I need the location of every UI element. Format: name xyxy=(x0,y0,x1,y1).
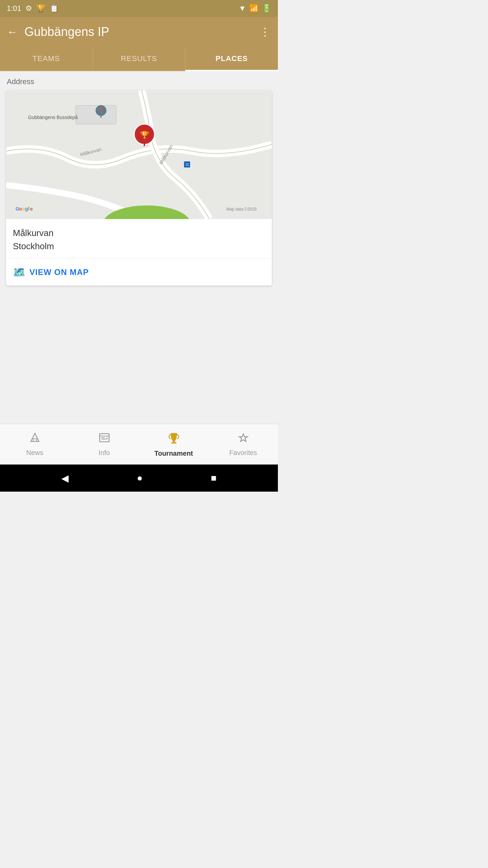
status-left: 1:01 ⚙ 🏆 📋 xyxy=(7,4,59,13)
android-home-button[interactable]: ● xyxy=(137,473,143,484)
card-icon: 📋 xyxy=(49,4,59,13)
bottom-nav: News Info Tournament xyxy=(0,424,278,465)
svg-rect-2 xyxy=(76,105,116,124)
status-right: ▼ 📶 🔋 xyxy=(239,4,271,13)
news-icon xyxy=(29,432,41,446)
map-card: 📍 🏆 Målkurvan Målkurvan ⊡ Gubbängens Bus… xyxy=(6,90,272,285)
svg-rect-22 xyxy=(101,437,105,438)
android-nav-bar: ◀ ● ■ xyxy=(0,465,278,492)
info-icon xyxy=(99,432,110,446)
favorites-icon xyxy=(238,432,249,446)
signal-icon: 📶 xyxy=(249,4,259,13)
tab-bar: TEAMS RESULTS PLACES xyxy=(0,47,278,71)
svg-text:📍: 📍 xyxy=(98,108,104,114)
svg-rect-26 xyxy=(171,442,177,443)
svg-text:Map data ©2019: Map data ©2019 xyxy=(226,207,257,212)
overflow-menu-button[interactable]: ⋮ xyxy=(260,25,271,38)
back-button[interactable]: ← xyxy=(7,26,18,38)
info-label: Info xyxy=(99,449,110,457)
maps-icon: 🗺️ xyxy=(13,266,25,278)
view-on-map-button[interactable]: 🗺️ VIEW ON MAP xyxy=(6,259,272,285)
svg-text:e: e xyxy=(30,206,33,212)
nav-item-news[interactable]: News xyxy=(0,424,69,465)
nav-item-tournament[interactable]: Tournament xyxy=(139,424,208,465)
tab-places[interactable]: PLACES xyxy=(185,47,278,71)
tournament-label: Tournament xyxy=(154,450,193,457)
tab-teams[interactable]: TEAMS xyxy=(0,47,93,71)
trophy-icon: 🏆 xyxy=(36,4,45,13)
view-on-map-label: VIEW ON MAP xyxy=(29,268,89,277)
news-label: News xyxy=(26,449,43,457)
city-address: Stockholm xyxy=(13,240,265,253)
nav-item-favorites[interactable]: Favorites xyxy=(208,424,278,465)
tournament-icon xyxy=(167,431,180,447)
svg-text:Gubbängens Bussdepå: Gubbängens Bussdepå xyxy=(28,115,78,120)
favorites-label: Favorites xyxy=(229,449,257,457)
svg-rect-24 xyxy=(106,437,108,439)
content-area: Address xyxy=(0,71,278,424)
android-recent-button[interactable]: ■ xyxy=(211,473,217,484)
settings-icon: ⚙ xyxy=(25,4,32,13)
svg-text:o: o xyxy=(22,206,25,212)
svg-text:g: g xyxy=(25,206,28,212)
map-area[interactable]: 📍 🏆 Målkurvan Målkurvan ⊡ Gubbängens Bus… xyxy=(6,90,272,219)
tab-results[interactable]: RESULTS xyxy=(93,47,186,71)
wifi-icon: ▼ xyxy=(239,4,246,13)
svg-text:🏆: 🏆 xyxy=(140,131,149,140)
address-section-label: Address xyxy=(0,77,278,90)
map-address-info: Målkurvan Stockholm xyxy=(6,219,272,259)
top-bar: ← Gubbängens IP ⋮ xyxy=(0,17,278,47)
status-bar: 1:01 ⚙ 🏆 📋 ▼ 📶 🔋 xyxy=(0,0,278,17)
street-address: Målkurvan xyxy=(13,226,265,240)
map-svg: 📍 🏆 Målkurvan Målkurvan ⊡ Gubbängens Bus… xyxy=(6,90,272,219)
svg-text:l: l xyxy=(28,206,29,212)
page-title: Gubbängens IP xyxy=(24,25,253,39)
svg-text:o: o xyxy=(19,206,22,212)
svg-text:⊡: ⊡ xyxy=(186,162,189,166)
nav-item-info[interactable]: Info xyxy=(69,424,139,465)
status-time: 1:01 xyxy=(7,4,21,13)
svg-rect-23 xyxy=(101,439,106,439)
android-back-button[interactable]: ◀ xyxy=(61,473,69,484)
battery-icon: 🔋 xyxy=(262,4,271,13)
